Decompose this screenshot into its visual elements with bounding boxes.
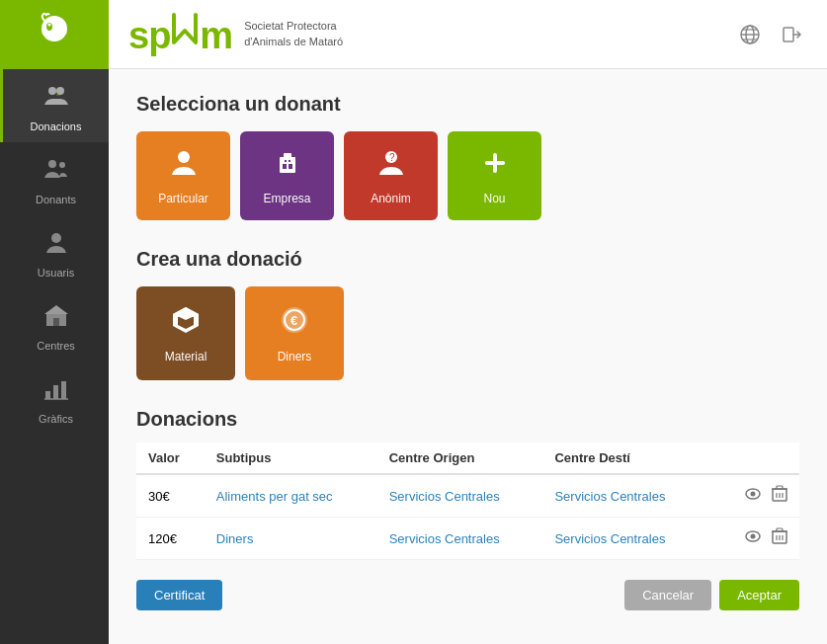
svg-text:?: ? — [389, 152, 395, 163]
col-centre-desti: Centre Destí — [542, 443, 708, 474]
app-name-sp: sp — [128, 15, 170, 57]
svg-point-4 — [56, 87, 64, 95]
svg-point-21 — [178, 151, 190, 163]
cell-valor-2: 120€ — [136, 518, 205, 560]
globe-button[interactable] — [734, 19, 766, 50]
svg-rect-23 — [284, 153, 291, 159]
cell-subtipus-2[interactable]: Diners — [205, 518, 377, 560]
app-name-arrow-icon — [170, 11, 200, 48]
tile-diners-label: Diners — [278, 350, 312, 363]
header-icons — [734, 19, 807, 50]
cell-origen-1[interactable]: Servicios Centrales — [377, 474, 543, 518]
usuaris-icon — [42, 229, 70, 263]
tile-anonimo-label: Anònim — [371, 192, 411, 205]
grafics-icon — [42, 375, 70, 409]
cell-subtipus-1[interactable]: Aliments per gat sec — [205, 474, 377, 518]
svg-point-3 — [48, 87, 56, 95]
svg-rect-25 — [289, 164, 292, 169]
sidebar-item-centres[interactable]: Centres — [0, 288, 109, 362]
delete-icon-1[interactable] — [772, 489, 787, 506]
svg-rect-24 — [283, 164, 287, 169]
svg-rect-26 — [285, 160, 287, 162]
right-buttons: Cancelar Aceptar — [624, 580, 799, 610]
page-content: Selecciona un donant Particular — [109, 69, 827, 644]
svg-text:€: € — [290, 313, 297, 328]
donation-tiles: Material € Diners — [136, 286, 799, 380]
tile-particular-label: Particular — [158, 192, 208, 205]
tile-anonimo[interactable]: ? Anònim — [344, 131, 438, 220]
sidebar-item-grafics[interactable]: Gràfics — [0, 362, 109, 435]
svg-point-7 — [51, 233, 61, 243]
cell-desti-2[interactable]: Servicios Centrales — [542, 518, 708, 560]
tile-material[interactable]: Material — [136, 286, 235, 380]
view-icon-1[interactable] — [744, 489, 766, 506]
sidebar-logo[interactable] — [0, 0, 109, 69]
footer-actions: Certificat Cancelar Aceptar — [136, 580, 799, 610]
sidebar-item-donacions-label: Donacions — [31, 121, 82, 132]
svg-rect-22 — [280, 157, 295, 173]
svg-rect-11 — [45, 391, 50, 399]
cell-origen-2[interactable]: Servicios Centrales — [377, 518, 543, 560]
donacions-icon — [42, 83, 70, 117]
tile-particular[interactable]: Particular — [136, 131, 230, 220]
svg-point-2 — [48, 24, 51, 27]
sidebar-item-usuaris[interactable]: Usuaris — [0, 215, 109, 288]
svg-point-6 — [59, 162, 65, 168]
svg-rect-31 — [485, 161, 505, 165]
sidebar-item-centres-label: Centres — [37, 340, 75, 352]
cell-actions-1 — [708, 474, 799, 518]
aceptar-button[interactable]: Aceptar — [719, 580, 799, 610]
donations-table: Valor Subtipus Centre Origen Centre Dest… — [136, 443, 799, 560]
create-donation-title: Crea una donació — [136, 248, 799, 271]
table-row: 120€ Diners Servicios Centrales Servicio… — [136, 518, 799, 560]
sidebar-item-donacions[interactable]: Donacions — [0, 69, 109, 142]
svg-point-39 — [750, 492, 755, 497]
svg-rect-13 — [61, 381, 66, 399]
svg-point-46 — [750, 534, 755, 539]
svg-rect-10 — [53, 318, 59, 326]
svg-rect-12 — [53, 385, 58, 399]
sidebar-item-donants-label: Donants — [36, 194, 76, 205]
app-name-m: m — [200, 15, 232, 57]
sidebar: Donacions Donants Usuaris — [0, 0, 109, 644]
main-content: sp m Societat Protectora d'Animals de Ma… — [109, 0, 827, 644]
tile-empresa-label: Empresa — [263, 192, 310, 205]
cell-desti-1[interactable]: Servicios Centrales — [542, 474, 708, 518]
donants-icon — [42, 156, 70, 190]
diners-icon: € — [278, 303, 311, 344]
material-icon — [169, 303, 203, 344]
tile-material-label: Material — [165, 350, 207, 363]
col-centre-origen: Centre Origen — [377, 443, 543, 474]
svg-rect-27 — [289, 160, 290, 162]
tile-empresa[interactable]: Empresa — [240, 131, 334, 220]
anonimo-icon: ? — [375, 147, 407, 186]
cancelar-button[interactable]: Cancelar — [624, 580, 711, 610]
donations-section: Donacions Valor Subtipus Centre Origen C… — [136, 408, 799, 560]
cell-valor-1: 30€ — [136, 474, 205, 518]
svg-marker-9 — [44, 305, 68, 314]
logout-button[interactable] — [776, 19, 807, 50]
globe-icon — [739, 24, 761, 45]
view-icon-2[interactable] — [744, 531, 766, 548]
nou-plus-icon — [479, 147, 511, 186]
header-subtitle: Societat Protectora d'Animals de Mataró — [244, 19, 343, 49]
centres-icon — [42, 302, 70, 336]
svg-point-5 — [48, 160, 56, 168]
select-donor-title: Selecciona un donant — [136, 93, 799, 116]
col-subtipus: Subtipus — [205, 443, 377, 474]
table-header-row: Valor Subtipus Centre Origen Centre Dest… — [136, 443, 799, 474]
sidebar-item-donants[interactable]: Donants — [0, 142, 109, 215]
tile-nou[interactable]: Nou — [448, 131, 541, 220]
sidebar-item-usuaris-label: Usuaris — [38, 267, 74, 279]
certificat-button[interactable]: Certificat — [136, 580, 222, 610]
delete-icon-2[interactable] — [772, 531, 787, 548]
table-row: 30€ Aliments per gat sec Servicios Centr… — [136, 474, 799, 518]
col-valor: Valor — [136, 443, 205, 474]
particular-icon — [168, 147, 200, 186]
header: sp m Societat Protectora d'Animals de Ma… — [109, 0, 827, 69]
tile-diners[interactable]: € Diners — [245, 286, 344, 380]
col-actions — [708, 443, 799, 474]
donor-tiles: Particular Empresa — [136, 131, 799, 220]
sidebar-item-grafics-label: Gràfics — [39, 413, 73, 425]
empresa-icon — [272, 147, 303, 186]
